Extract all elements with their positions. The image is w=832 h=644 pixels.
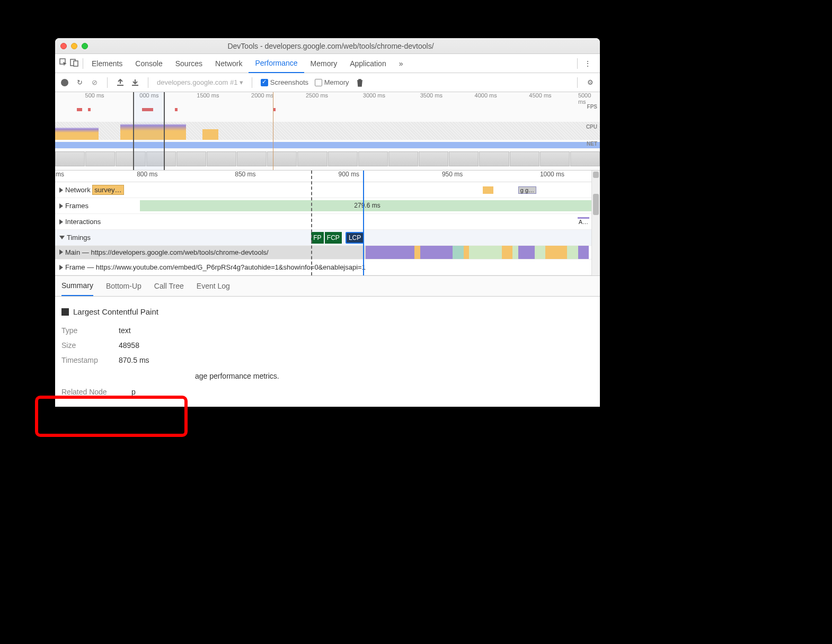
overview-pane[interactable]: 500 ms 000 ms 1500 ms 2000 ms 2500 ms 30… [55, 92, 600, 171]
window-title: DevTools - developers.google.com/web/too… [88, 42, 595, 50]
tab-network[interactable]: Network [209, 54, 249, 73]
devtools-window: DevTools - developers.google.com/web/too… [55, 38, 600, 407]
main-thread-track[interactable]: Main — https://developers.google.com/web… [55, 246, 600, 260]
vertical-scrollbar[interactable] [591, 171, 600, 275]
timing-fcp[interactable]: FCP [325, 232, 342, 244]
tab-console[interactable]: Console [129, 54, 169, 73]
garbage-collect-icon[interactable] [356, 78, 364, 87]
record-button[interactable] [60, 78, 69, 87]
minimize-icon[interactable] [71, 43, 77, 49]
network-track[interactable]: Network survey… g g… [55, 182, 600, 198]
timing-fp[interactable]: FP [311, 232, 323, 244]
device-toggle-icon[interactable] [70, 58, 78, 68]
panel-tab-summary[interactable]: Summary [61, 276, 93, 296]
detail-ruler: ms 800 ms 850 ms 900 ms 950 ms 1000 ms [55, 171, 600, 182]
timing-lcp[interactable]: LCP [346, 232, 364, 244]
kebab-menu-icon[interactable]: ⋮ [584, 59, 591, 68]
separator [83, 58, 83, 69]
svg-rect-2 [74, 61, 78, 66]
collapse-icon[interactable] [59, 236, 65, 239]
flamechart-area: ms 800 ms 850 ms 900 ms 950 ms 1000 ms N… [55, 171, 600, 275]
load-profile-icon[interactable] [116, 78, 125, 87]
titlebar: DevTools - developers.google.com/web/too… [55, 38, 600, 54]
fp-marker-line [311, 171, 312, 275]
reload-button[interactable]: ↻ [75, 78, 84, 87]
expand-icon[interactable] [59, 265, 63, 270]
summary-panel: Largest Contentful Paint Typetext Size48… [55, 297, 600, 407]
size-value: 48958 [119, 338, 139, 353]
network-request-item[interactable]: g g… [518, 186, 536, 194]
window-controls [60, 43, 88, 49]
devtools-tabs: Elements Console Sources Network Perform… [55, 54, 600, 73]
note-fragment: age performance metrics. [195, 369, 279, 383]
settings-gear-icon[interactable]: ⚙ [586, 78, 595, 87]
annotation-highlight [35, 396, 188, 437]
performance-toolbar: ↻ ⊘ developers.google.com #1 ▾ Screensho… [55, 73, 600, 92]
summary-title: Largest Contentful Paint [61, 304, 594, 320]
interaction-item[interactable]: A… [578, 217, 589, 226]
separator [252, 77, 252, 88]
timestamp-label: Timestamp [61, 353, 112, 368]
zoom-icon[interactable] [82, 43, 88, 49]
timestamp-value: 870.5 ms [119, 353, 149, 368]
panel-tab-eventlog[interactable]: Event Log [197, 276, 230, 296]
frame-thread-track[interactable]: Frame — https://www.youtube.com/embed/G_… [55, 260, 600, 275]
timings-track[interactable]: Timings FP FCP LCP [55, 230, 600, 246]
cpu-label: CPU [586, 124, 597, 130]
separator [577, 58, 578, 69]
expand-icon[interactable] [59, 219, 63, 225]
separator [577, 77, 578, 88]
frames-track[interactable]: Frames 279.6 ms [55, 198, 600, 214]
close-icon[interactable] [60, 43, 67, 49]
detail-panel-tabs: Summary Bottom-Up Call Tree Event Log [55, 275, 600, 297]
expand-icon[interactable] [59, 187, 63, 193]
tab-application[interactable]: Application [343, 54, 393, 73]
tab-performance[interactable]: Performance [249, 54, 304, 73]
clear-button[interactable]: ⊘ [90, 78, 99, 87]
panel-tab-calltree[interactable]: Call Tree [154, 276, 184, 296]
separator [148, 77, 148, 88]
type-value: text [119, 323, 131, 338]
screenshots-checkbox[interactable]: Screenshots [261, 78, 308, 87]
inspect-icon[interactable] [59, 58, 68, 68]
separator [107, 77, 108, 88]
panel-tab-bottomup[interactable]: Bottom-Up [106, 276, 141, 296]
interactions-track[interactable]: Interactions A… [55, 214, 600, 230]
tab-sources[interactable]: Sources [169, 54, 209, 73]
net-label: NET [587, 141, 597, 147]
expand-icon[interactable] [59, 203, 63, 209]
network-request-item[interactable]: survey… [92, 185, 123, 195]
recording-selector[interactable]: developers.google.com #1 ▾ [157, 78, 243, 86]
swatch-icon [61, 308, 69, 316]
tab-elements[interactable]: Elements [85, 54, 129, 73]
frame-bar[interactable]: 279.6 ms [140, 200, 595, 211]
overview-viewport-handle[interactable] [133, 92, 165, 170]
tabs-overflow-icon[interactable]: » [393, 54, 410, 73]
save-profile-icon[interactable] [131, 78, 139, 87]
type-label: Type [61, 323, 112, 338]
fps-label: FPS [587, 104, 597, 110]
tab-memory[interactable]: Memory [304, 54, 344, 73]
memory-checkbox[interactable]: Memory [315, 78, 349, 87]
expand-icon[interactable] [59, 249, 63, 255]
size-label: Size [61, 338, 112, 353]
network-request-item[interactable] [483, 186, 493, 194]
lcp-marker-line [363, 171, 364, 275]
